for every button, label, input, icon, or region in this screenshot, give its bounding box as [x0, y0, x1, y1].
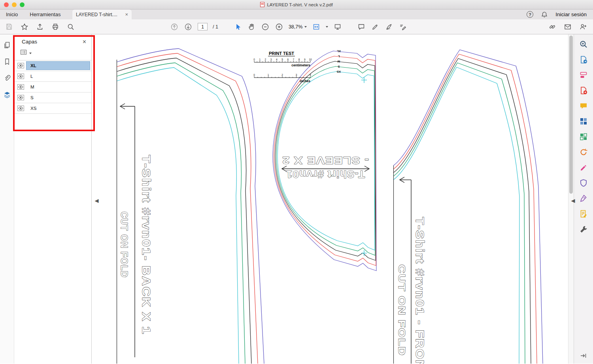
left-navigation-rail: [0, 34, 14, 364]
size-label: L: [338, 55, 340, 58]
search-icon[interactable]: [66, 23, 75, 31]
front-piece-title: T-Shirt #rvn01 - FRONT X: [414, 217, 427, 364]
attachments-icon[interactable]: [3, 74, 11, 83]
comment-panel-icon[interactable]: [579, 101, 588, 111]
page-count-label: / 1: [213, 24, 218, 30]
pattern-outline: [393, 67, 519, 364]
page-display-icon[interactable]: [333, 23, 342, 31]
red-highlight-annotation: [13, 35, 95, 131]
cm-tick-label: 2: [265, 58, 266, 61]
cm-label: centimeters: [291, 63, 310, 67]
chevron-down-icon[interactable]: [326, 26, 328, 28]
cm-tick-label: 3: [270, 58, 272, 61]
window-titlebar: LAYERED T-shirt. V neck v.2.pdf: [0, 0, 593, 9]
marker-pen-icon[interactable]: [579, 163, 588, 172]
minimize-window-button[interactable]: [12, 2, 17, 7]
size-label: M: [337, 60, 340, 63]
next-page-icon[interactable]: [184, 23, 193, 31]
cm-tick-label: 10: [309, 58, 312, 61]
back-piece-title: T-Shirt #rvn01- BACK X 1: [140, 155, 153, 335]
document-tab-close-icon[interactable]: ×: [125, 12, 128, 17]
layers-icon[interactable]: [3, 91, 11, 99]
close-window-button[interactable]: [4, 2, 9, 7]
chevron-down-icon: [304, 26, 307, 28]
notifications-bell-icon[interactable]: [540, 10, 549, 19]
print-icon[interactable]: [51, 23, 60, 31]
cm-tick-label: 4: [276, 58, 278, 61]
organize-pages-icon[interactable]: [579, 132, 588, 141]
open-tools-pane-icon[interactable]: [580, 353, 587, 360]
right-tools-rail: [574, 34, 593, 364]
sleeve-title-line2: T-Shirt #rvn01: [286, 168, 365, 180]
highlighter-icon[interactable]: [371, 23, 380, 31]
print-test-title: PRINT TEST: [269, 51, 294, 56]
main-toolbar: 1 / 1 38,7%: [0, 19, 593, 34]
cm-tick-label: 9: [304, 58, 306, 61]
star-favorites-icon[interactable]: [20, 23, 29, 31]
previous-page-icon[interactable]: [170, 23, 179, 31]
inch-tick-label: 3: [296, 74, 297, 76]
share-with-people-icon[interactable]: [579, 23, 587, 31]
page-number-input[interactable]: 1: [198, 23, 208, 30]
inch-tick-label: 2: [281, 74, 283, 76]
back-fold-label: CUT ON FOLD: [119, 211, 130, 278]
export-pdf-icon[interactable]: [579, 55, 588, 64]
pattern-outline: [117, 53, 258, 364]
inch-label: inches: [300, 79, 310, 83]
combine-files-icon[interactable]: [579, 117, 588, 126]
sleeve-title-line1: - SLEEVE X 2: [282, 155, 369, 166]
sign-quill-icon[interactable]: [385, 23, 393, 31]
window-title-area: LAYERED T-shirt. V neck v.2.pdf: [0, 0, 593, 9]
size-label: XL: [337, 49, 341, 53]
pattern-pieces: [117, 49, 543, 364]
document-tab-label: LAYERED T-shirt....: [76, 12, 117, 17]
tab-inicio[interactable]: Inicio: [0, 9, 24, 19]
print-test-block: PRINT TEST 012345678910 centimeters 0123…: [253, 51, 312, 83]
size-label: XS: [336, 70, 341, 74]
help-icon[interactable]: ?: [527, 11, 533, 18]
comment-tool-icon[interactable]: [357, 23, 366, 31]
page-thumbnails-icon[interactable]: [3, 41, 11, 49]
edit-pdf-icon[interactable]: [579, 70, 588, 80]
document-canvas[interactable]: PRINT TEST 012345678910 centimeters 0123…: [92, 34, 568, 364]
inch-tick-label: 4: [310, 74, 311, 76]
scan-ocr-icon[interactable]: [579, 147, 588, 157]
cm-tick-label: 6: [287, 58, 289, 61]
hand-tool-icon[interactable]: [247, 23, 256, 31]
create-pdf-icon[interactable]: [579, 86, 588, 95]
inch-tick-label: 0: [253, 74, 255, 76]
scrollbar-thumb[interactable]: [569, 36, 573, 194]
zoom-out-icon[interactable]: [261, 23, 270, 31]
more-tools-icon[interactable]: [579, 224, 588, 234]
window-title: LAYERED T-shirt. V neck v.2.pdf: [267, 2, 332, 7]
sign-in-button[interactable]: Iniciar sesión: [555, 11, 587, 17]
pattern-outline: [393, 63, 525, 364]
share-upload-icon[interactable]: [36, 23, 44, 31]
zoom-level-value: 38,7%: [289, 24, 302, 30]
share-link-icon[interactable]: [548, 23, 557, 31]
fill-sign-pen-icon[interactable]: [579, 194, 588, 203]
zoom-in-icon[interactable]: [275, 23, 283, 31]
fit-width-icon[interactable]: [312, 23, 321, 31]
size-label: S: [338, 65, 340, 68]
select-tool-icon[interactable]: [233, 23, 242, 31]
cm-tick-label: 0: [253, 58, 255, 61]
search-tools-icon[interactable]: [579, 40, 588, 49]
document-tab[interactable]: LAYERED T-shirt.... ×: [72, 9, 132, 19]
request-signatures-icon[interactable]: [579, 209, 588, 219]
fill-sign-icon[interactable]: [398, 23, 407, 31]
bookmarks-icon[interactable]: [3, 57, 11, 66]
email-icon[interactable]: [563, 23, 572, 31]
pattern-outline: [117, 63, 245, 364]
collapse-left-panel-icon[interactable]: ◀: [94, 194, 99, 206]
zoom-level-dropdown[interactable]: 38,7%: [289, 24, 307, 30]
pdf-file-icon: [260, 2, 264, 7]
cm-tick-label: 8: [298, 58, 300, 61]
cm-tick-label: 7: [293, 58, 295, 61]
protect-shield-icon[interactable]: [579, 178, 588, 188]
save-icon[interactable]: [5, 23, 13, 31]
zoom-window-button[interactable]: [20, 2, 25, 7]
collapse-right-panel-icon[interactable]: ◀: [570, 194, 576, 206]
window-controls: [4, 2, 25, 7]
tab-herramientas[interactable]: Herramientas: [24, 9, 66, 19]
